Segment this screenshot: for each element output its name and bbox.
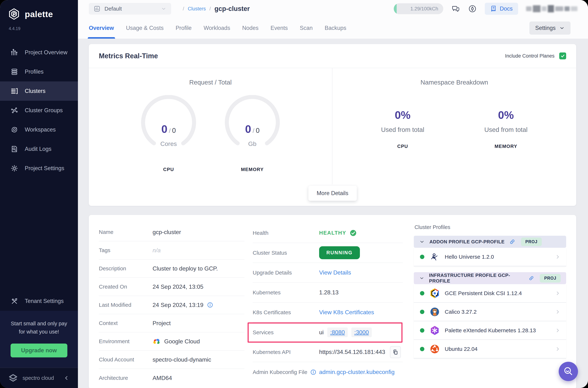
sidebar-item-profiles[interactable]: Profiles bbox=[0, 62, 78, 81]
topbar-actions: 1.29/100kCh Docs bbox=[394, 3, 577, 15]
status-dot bbox=[420, 291, 424, 295]
chat-icon[interactable] bbox=[451, 4, 460, 13]
server-icon bbox=[11, 87, 18, 95]
brand-name: palette bbox=[25, 9, 53, 19]
search-smile-icon bbox=[563, 366, 574, 377]
cloud-account-value: spectro-cloud-dynamic bbox=[153, 356, 211, 363]
namespace-cpu-stat: 0% Used from total CPU bbox=[381, 109, 424, 149]
compass-icon[interactable] bbox=[468, 4, 477, 13]
copy-api-button[interactable] bbox=[390, 346, 401, 358]
architecture-row: Architecture AMD64 bbox=[99, 369, 245, 387]
tab-scan[interactable]: Scan bbox=[300, 18, 313, 39]
chevron-right-icon bbox=[555, 309, 561, 315]
sidebar-item-project-settings[interactable]: Project Settings bbox=[0, 159, 78, 178]
usage-quota-value: 1.29/100kCh bbox=[410, 6, 438, 12]
namespace-memory-stat: 0% Used from total MEMORY bbox=[484, 109, 528, 149]
breadcrumb-clusters-link[interactable]: Clusters bbox=[188, 6, 206, 12]
tab-workloads[interactable]: Workloads bbox=[204, 18, 230, 39]
project-selector[interactable]: Default bbox=[89, 3, 171, 15]
view-details-link[interactable]: View Details bbox=[319, 269, 351, 276]
sidebar-item-project-overview[interactable]: Project Overview bbox=[0, 43, 78, 62]
project-chart-icon bbox=[93, 5, 100, 12]
calico-icon bbox=[430, 307, 440, 317]
context-value: Project bbox=[153, 320, 171, 327]
chevron-down-icon bbox=[419, 275, 424, 281]
cpu-gauge-value: 0/0 bbox=[138, 123, 200, 135]
details-left-column: Name gcp-cluster Tags n/a Description Cl… bbox=[99, 223, 253, 388]
description-row: Description Cluster to deploy to GCP. bbox=[99, 260, 245, 278]
profile-item-pxk[interactable]: Palette eXtended Kubernetes 1.28.13 bbox=[414, 321, 566, 340]
tab-usage-costs[interactable]: Usage & Costs bbox=[126, 18, 164, 39]
sidebar-item-audit-logs[interactable]: Audit Logs bbox=[0, 139, 78, 159]
breadcrumb-separator: / bbox=[183, 6, 184, 12]
service-port-link-8080[interactable]: :8080 bbox=[327, 328, 348, 337]
spectro-cloud-logo-icon bbox=[8, 373, 18, 383]
sidebar-item-tenant-settings[interactable]: Tenant Settings bbox=[0, 291, 78, 311]
addon-profile-title: ADDON PROFILE GCP-PROFILE bbox=[430, 239, 505, 245]
sidebar-footer: spectro cloud bbox=[0, 368, 78, 388]
request-total-panel: Request / Total 0/0 Cores CPU bbox=[89, 68, 332, 184]
sidebar-item-workspaces[interactable]: Workspaces bbox=[0, 120, 78, 139]
user-menu[interactable] bbox=[526, 5, 577, 12]
tab-nodes[interactable]: Nodes bbox=[242, 18, 258, 39]
search-fab[interactable] bbox=[559, 362, 578, 381]
profile-item-calico[interactable]: Calico 3.27.2 bbox=[414, 303, 566, 321]
gauges: 0/0 Cores CPU 0/0 Gb bbox=[138, 95, 283, 173]
app-window: palette 4.4.19 Project Overview Profiles… bbox=[0, 0, 588, 388]
service-port-link-3000[interactable]: :3000 bbox=[351, 328, 372, 337]
tab-overview[interactable]: Overview bbox=[89, 18, 114, 39]
sidebar-item-cluster-groups[interactable]: Cluster Groups bbox=[0, 101, 78, 120]
topbar: Default / Clusters / gcp-cluster 1.29/10… bbox=[78, 0, 588, 18]
infrastructure-profile-header[interactable]: INFRASTRUCTURE PROFILE GCP-PROFILE PROJ bbox=[414, 272, 566, 284]
scope-badge: PROJ bbox=[540, 274, 561, 283]
cluster-details-card: Name gcp-cluster Tags n/a Description Cl… bbox=[89, 215, 576, 388]
chevron-right-icon bbox=[555, 328, 561, 333]
metrics-title: Metrics Real-Time bbox=[99, 52, 158, 60]
name-row: Name gcp-cluster bbox=[99, 223, 245, 241]
include-control-planes-label: Include Control Planes bbox=[505, 53, 555, 59]
kubernetes-version-value: 1.28.13 bbox=[319, 289, 339, 296]
cluster-name-value: gcp-cluster bbox=[153, 229, 181, 236]
memory-gauge-label: MEMORY bbox=[221, 167, 283, 172]
include-control-planes-checkbox[interactable] bbox=[559, 52, 566, 59]
profile-item-gce-disk[interactable]: GCE Persistent Disk CSI 1.12.4 bbox=[414, 284, 566, 303]
settings-button[interactable]: Settings bbox=[529, 22, 570, 35]
sidebar: palette 4.4.19 Project Overview Profiles… bbox=[0, 0, 78, 388]
layers-icon bbox=[11, 68, 18, 76]
brand-logo: palette bbox=[0, 0, 78, 20]
profile-item-name: Ubuntu 22.04 bbox=[445, 346, 477, 352]
copy-icon bbox=[392, 349, 398, 355]
more-details-button[interactable]: More Details bbox=[308, 186, 357, 201]
upgrade-promo: Start small and only pay for what you us… bbox=[0, 311, 78, 368]
sidebar-item-label: Project Overview bbox=[25, 49, 67, 56]
view-k8s-certificates-link[interactable]: View K8s Certificates bbox=[319, 309, 374, 316]
docs-button[interactable]: Docs bbox=[485, 3, 518, 15]
tab-backups[interactable]: Backups bbox=[325, 18, 346, 39]
cpu-gauge: 0/0 Cores CPU bbox=[138, 95, 200, 173]
chevron-right-icon bbox=[555, 254, 561, 260]
info-icon[interactable] bbox=[207, 302, 213, 308]
collapse-sidebar-icon[interactable] bbox=[63, 375, 69, 381]
gear-icon bbox=[11, 165, 18, 172]
sidebar-item-clusters[interactable]: Clusters bbox=[0, 81, 78, 101]
profile-item-ubuntu[interactable]: Ubuntu 22.04 bbox=[414, 340, 566, 359]
description-value: Cluster to deploy to GCP. bbox=[153, 265, 218, 272]
cluster-profiles-heading: Cluster Profiles bbox=[414, 224, 566, 230]
namespace-breakdown-title: Namespace Breakdown bbox=[421, 79, 488, 86]
tab-profile[interactable]: Profile bbox=[176, 18, 192, 39]
kubeconfig-download-link[interactable]: admin.gcp-cluster.kubeconfig bbox=[319, 369, 394, 375]
tools-icon bbox=[11, 297, 18, 305]
health-row: Health HEALTHY bbox=[253, 223, 403, 243]
created-on-row: Created On 24 Sep 2024, 13:05 bbox=[99, 278, 245, 296]
cpu-stat-label: CPU bbox=[381, 144, 424, 149]
bar-chart-icon bbox=[11, 49, 18, 56]
admin-kubeconfig-row: Admin Kubeconfig File admin.gcp-cluster.… bbox=[253, 362, 403, 382]
upgrade-now-button[interactable]: Upgrade now bbox=[11, 343, 67, 357]
tab-events[interactable]: Events bbox=[271, 18, 288, 39]
cpu-gauge-unit: Cores bbox=[138, 140, 200, 147]
profile-item-hello-universe[interactable]: Hello Universe 1.2.0 bbox=[414, 248, 566, 266]
cluster-tabs-bar: Overview Usage & Costs Profile Workloads… bbox=[78, 18, 588, 39]
tags-value: n/a bbox=[153, 247, 160, 254]
addon-profile-header[interactable]: ADDON PROFILE GCP-PROFILE PROJ bbox=[414, 236, 566, 248]
info-icon[interactable] bbox=[310, 369, 317, 375]
